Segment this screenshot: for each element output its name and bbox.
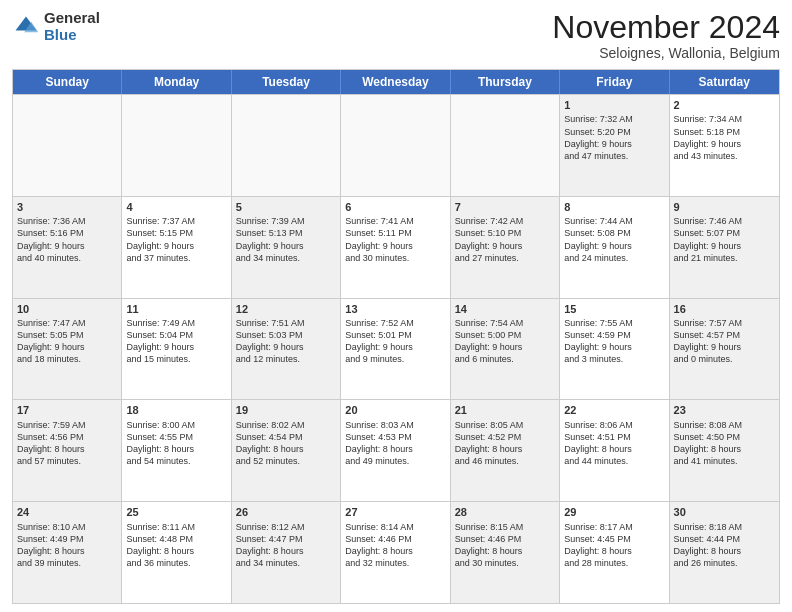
calendar-header-row: SundayMondayTuesdayWednesdayThursdayFrid… <box>13 70 779 94</box>
day-number: 6 <box>345 200 445 214</box>
cal-cell: 3Sunrise: 7:36 AM Sunset: 5:16 PM Daylig… <box>13 197 122 298</box>
cell-info: Sunrise: 8:00 AM Sunset: 4:55 PM Dayligh… <box>126 419 226 468</box>
cal-cell: 18Sunrise: 8:00 AM Sunset: 4:55 PM Dayli… <box>122 400 231 501</box>
day-number: 7 <box>455 200 555 214</box>
day-number: 26 <box>236 505 336 519</box>
calendar-header-tuesday: Tuesday <box>232 70 341 94</box>
cell-info: Sunrise: 7:47 AM Sunset: 5:05 PM Dayligh… <box>17 317 117 366</box>
cell-info: Sunrise: 8:10 AM Sunset: 4:49 PM Dayligh… <box>17 521 117 570</box>
cell-info: Sunrise: 7:32 AM Sunset: 5:20 PM Dayligh… <box>564 113 664 162</box>
cal-cell: 5Sunrise: 7:39 AM Sunset: 5:13 PM Daylig… <box>232 197 341 298</box>
cal-cell: 21Sunrise: 8:05 AM Sunset: 4:52 PM Dayli… <box>451 400 560 501</box>
logo-general: General <box>44 10 100 27</box>
calendar-week-3: 10Sunrise: 7:47 AM Sunset: 5:05 PM Dayli… <box>13 298 779 400</box>
cal-cell: 22Sunrise: 8:06 AM Sunset: 4:51 PM Dayli… <box>560 400 669 501</box>
calendar-week-4: 17Sunrise: 7:59 AM Sunset: 4:56 PM Dayli… <box>13 399 779 501</box>
cell-info: Sunrise: 7:41 AM Sunset: 5:11 PM Dayligh… <box>345 215 445 264</box>
cell-info: Sunrise: 7:51 AM Sunset: 5:03 PM Dayligh… <box>236 317 336 366</box>
day-number: 14 <box>455 302 555 316</box>
cal-cell: 19Sunrise: 8:02 AM Sunset: 4:54 PM Dayli… <box>232 400 341 501</box>
cal-cell: 20Sunrise: 8:03 AM Sunset: 4:53 PM Dayli… <box>341 400 450 501</box>
calendar-week-1: 1Sunrise: 7:32 AM Sunset: 5:20 PM Daylig… <box>13 94 779 196</box>
cal-cell: 23Sunrise: 8:08 AM Sunset: 4:50 PM Dayli… <box>670 400 779 501</box>
day-number: 22 <box>564 403 664 417</box>
cell-info: Sunrise: 7:34 AM Sunset: 5:18 PM Dayligh… <box>674 113 775 162</box>
cal-cell: 10Sunrise: 7:47 AM Sunset: 5:05 PM Dayli… <box>13 299 122 400</box>
day-number: 23 <box>674 403 775 417</box>
day-number: 29 <box>564 505 664 519</box>
cal-cell: 12Sunrise: 7:51 AM Sunset: 5:03 PM Dayli… <box>232 299 341 400</box>
cell-info: Sunrise: 8:14 AM Sunset: 4:46 PM Dayligh… <box>345 521 445 570</box>
cal-cell: 2Sunrise: 7:34 AM Sunset: 5:18 PM Daylig… <box>670 95 779 196</box>
cal-cell: 15Sunrise: 7:55 AM Sunset: 4:59 PM Dayli… <box>560 299 669 400</box>
day-number: 13 <box>345 302 445 316</box>
day-number: 2 <box>674 98 775 112</box>
cal-cell: 9Sunrise: 7:46 AM Sunset: 5:07 PM Daylig… <box>670 197 779 298</box>
cal-cell <box>122 95 231 196</box>
title-block: November 2024 Seloignes, Wallonia, Belgi… <box>552 10 780 61</box>
day-number: 18 <box>126 403 226 417</box>
day-number: 12 <box>236 302 336 316</box>
cell-info: Sunrise: 7:36 AM Sunset: 5:16 PM Dayligh… <box>17 215 117 264</box>
cal-cell: 4Sunrise: 7:37 AM Sunset: 5:15 PM Daylig… <box>122 197 231 298</box>
cal-cell: 1Sunrise: 7:32 AM Sunset: 5:20 PM Daylig… <box>560 95 669 196</box>
day-number: 27 <box>345 505 445 519</box>
day-number: 5 <box>236 200 336 214</box>
calendar-week-2: 3Sunrise: 7:36 AM Sunset: 5:16 PM Daylig… <box>13 196 779 298</box>
cal-cell: 7Sunrise: 7:42 AM Sunset: 5:10 PM Daylig… <box>451 197 560 298</box>
logo-text: General Blue <box>44 10 100 43</box>
cal-cell: 29Sunrise: 8:17 AM Sunset: 4:45 PM Dayli… <box>560 502 669 603</box>
cell-info: Sunrise: 8:11 AM Sunset: 4:48 PM Dayligh… <box>126 521 226 570</box>
calendar-header-monday: Monday <box>122 70 231 94</box>
cal-cell <box>232 95 341 196</box>
logo-icon <box>12 13 40 41</box>
calendar-header-sunday: Sunday <box>13 70 122 94</box>
logo-blue: Blue <box>44 27 100 44</box>
cal-cell: 30Sunrise: 8:18 AM Sunset: 4:44 PM Dayli… <box>670 502 779 603</box>
cal-cell: 28Sunrise: 8:15 AM Sunset: 4:46 PM Dayli… <box>451 502 560 603</box>
cal-cell: 11Sunrise: 7:49 AM Sunset: 5:04 PM Dayli… <box>122 299 231 400</box>
cal-cell <box>13 95 122 196</box>
cell-info: Sunrise: 8:06 AM Sunset: 4:51 PM Dayligh… <box>564 419 664 468</box>
cal-cell: 16Sunrise: 7:57 AM Sunset: 4:57 PM Dayli… <box>670 299 779 400</box>
cal-cell: 25Sunrise: 8:11 AM Sunset: 4:48 PM Dayli… <box>122 502 231 603</box>
day-number: 1 <box>564 98 664 112</box>
cal-cell: 8Sunrise: 7:44 AM Sunset: 5:08 PM Daylig… <box>560 197 669 298</box>
cal-cell: 17Sunrise: 7:59 AM Sunset: 4:56 PM Dayli… <box>13 400 122 501</box>
cell-info: Sunrise: 7:52 AM Sunset: 5:01 PM Dayligh… <box>345 317 445 366</box>
day-number: 15 <box>564 302 664 316</box>
cell-info: Sunrise: 8:05 AM Sunset: 4:52 PM Dayligh… <box>455 419 555 468</box>
cell-info: Sunrise: 8:08 AM Sunset: 4:50 PM Dayligh… <box>674 419 775 468</box>
subtitle: Seloignes, Wallonia, Belgium <box>552 45 780 61</box>
calendar-header-saturday: Saturday <box>670 70 779 94</box>
header: General Blue November 2024 Seloignes, Wa… <box>12 10 780 61</box>
day-number: 11 <box>126 302 226 316</box>
calendar: SundayMondayTuesdayWednesdayThursdayFrid… <box>12 69 780 604</box>
cell-info: Sunrise: 7:55 AM Sunset: 4:59 PM Dayligh… <box>564 317 664 366</box>
cell-info: Sunrise: 7:42 AM Sunset: 5:10 PM Dayligh… <box>455 215 555 264</box>
day-number: 19 <box>236 403 336 417</box>
cell-info: Sunrise: 7:59 AM Sunset: 4:56 PM Dayligh… <box>17 419 117 468</box>
cal-cell: 6Sunrise: 7:41 AM Sunset: 5:11 PM Daylig… <box>341 197 450 298</box>
cell-info: Sunrise: 8:17 AM Sunset: 4:45 PM Dayligh… <box>564 521 664 570</box>
cell-info: Sunrise: 8:12 AM Sunset: 4:47 PM Dayligh… <box>236 521 336 570</box>
day-number: 9 <box>674 200 775 214</box>
day-number: 16 <box>674 302 775 316</box>
cal-cell <box>451 95 560 196</box>
cal-cell: 26Sunrise: 8:12 AM Sunset: 4:47 PM Dayli… <box>232 502 341 603</box>
logo: General Blue <box>12 10 100 43</box>
cal-cell <box>341 95 450 196</box>
page: General Blue November 2024 Seloignes, Wa… <box>0 0 792 612</box>
main-title: November 2024 <box>552 10 780 45</box>
cell-info: Sunrise: 7:49 AM Sunset: 5:04 PM Dayligh… <box>126 317 226 366</box>
cell-info: Sunrise: 8:03 AM Sunset: 4:53 PM Dayligh… <box>345 419 445 468</box>
cell-info: Sunrise: 7:54 AM Sunset: 5:00 PM Dayligh… <box>455 317 555 366</box>
day-number: 30 <box>674 505 775 519</box>
day-number: 4 <box>126 200 226 214</box>
cell-info: Sunrise: 7:44 AM Sunset: 5:08 PM Dayligh… <box>564 215 664 264</box>
calendar-header-friday: Friday <box>560 70 669 94</box>
calendar-week-5: 24Sunrise: 8:10 AM Sunset: 4:49 PM Dayli… <box>13 501 779 603</box>
cal-cell: 27Sunrise: 8:14 AM Sunset: 4:46 PM Dayli… <box>341 502 450 603</box>
cal-cell: 14Sunrise: 7:54 AM Sunset: 5:00 PM Dayli… <box>451 299 560 400</box>
cell-info: Sunrise: 7:39 AM Sunset: 5:13 PM Dayligh… <box>236 215 336 264</box>
